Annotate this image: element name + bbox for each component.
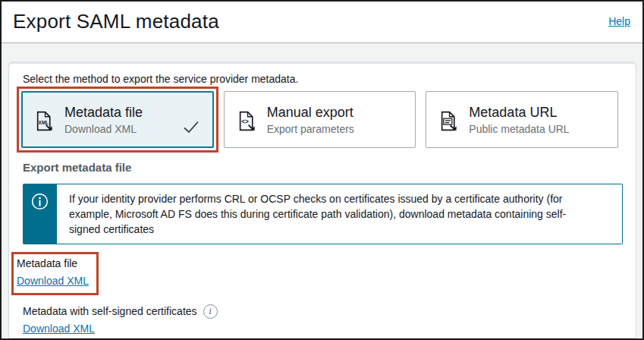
info-banner: If your identity provider performs CRL o… [23, 184, 623, 244]
method-card-manual-export[interactable]: <> Manual export Export parameters [224, 91, 416, 148]
info-icon [30, 192, 49, 214]
content-panel: Select the method to export the service … [8, 61, 636, 338]
intro-text: Select the method to export the service … [23, 73, 623, 85]
download-label: Metadata file [17, 257, 89, 271]
card-text: Metadata file Download XML [64, 104, 143, 137]
xml-file-icon: XML [34, 111, 55, 134]
card-title: Manual export [267, 104, 354, 121]
annotation-box-download: Metadata file Download XML [11, 252, 99, 295]
card-subtitle: Download XML [64, 122, 143, 137]
info-tooltip-icon[interactable]: i [203, 304, 218, 319]
dialog-body: Select the method to export the service … [2, 43, 642, 338]
download-label: Metadata with self-signed certificates [23, 304, 197, 319]
section-heading: Export metadata file [23, 161, 623, 174]
download-xml-self-signed-link[interactable]: Download XML [23, 322, 95, 336]
card-subtitle: Export parameters [267, 122, 354, 137]
svg-text:XML: XML [39, 120, 49, 125]
download-xml-link[interactable]: Download XML [17, 274, 89, 288]
card-title: Metadata file [64, 104, 143, 121]
code-file-icon: <> [237, 111, 257, 134]
selected-check-icon [183, 121, 199, 137]
card-wrap-manual-export: <> Manual export Export parameters [219, 87, 421, 153]
self-signed-download-group: Metadata with self-signed certificates i… [23, 304, 623, 336]
export-saml-metadata-dialog: Export SAML metadata Help Select the met… [0, 0, 644, 340]
info-banner-text: If your identity provider performs CRL o… [57, 184, 623, 244]
card-wrap-metadata-url: Metadata URL Public metadata URL [421, 87, 623, 153]
card-text: Manual export Export parameters [267, 104, 354, 137]
page-title: Export SAML metadata [13, 10, 219, 33]
info-banner-strip [23, 184, 57, 244]
card-text: Metadata URL Public metadata URL [469, 104, 569, 137]
svg-text:<>: <> [241, 118, 249, 125]
card-subtitle: Public metadata URL [469, 122, 569, 137]
method-card-metadata-url[interactable]: Metadata URL Public metadata URL [426, 91, 618, 148]
dialog-header: Export SAML metadata Help [2, 2, 642, 43]
annotation-box-metadata-file: XML Metadata file Download XML [17, 87, 218, 153]
method-card-metadata-file[interactable]: XML Metadata file Download XML [21, 91, 214, 148]
method-cards-row: XML Metadata file Download XML [17, 87, 623, 153]
document-lines-icon [438, 111, 459, 134]
card-title: Metadata URL [469, 104, 569, 121]
help-link[interactable]: Help [608, 15, 630, 27]
